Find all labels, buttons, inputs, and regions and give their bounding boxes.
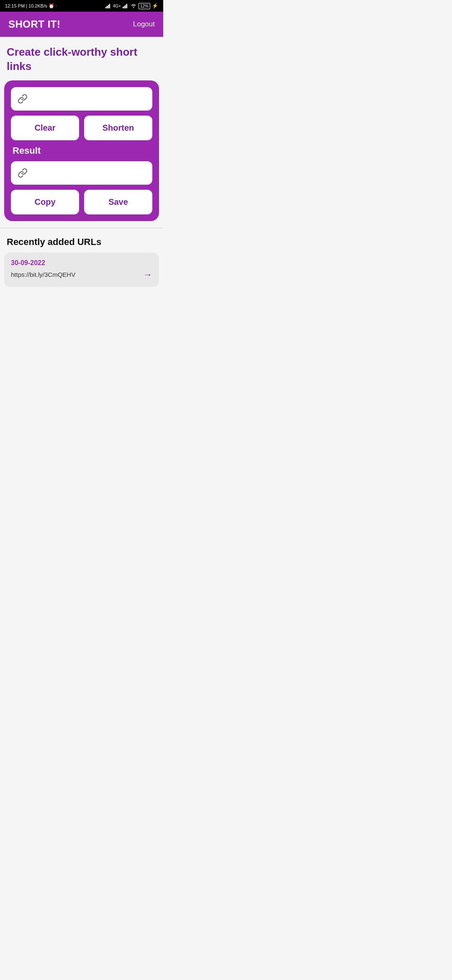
url-input[interactable] (31, 95, 146, 103)
svg-rect-0 (105, 7, 106, 8)
url-arrow-icon[interactable]: → (143, 269, 152, 280)
signal-icon-2 (123, 3, 128, 8)
signal-icon (105, 3, 111, 8)
result-buttons-row: Copy Save (11, 190, 152, 214)
app-header: SHORT IT! Logout (0, 12, 163, 37)
network-type: 4G+ (113, 4, 121, 8)
copy-button[interactable]: Copy (11, 190, 79, 214)
logout-button[interactable]: Logout (133, 20, 155, 28)
svg-rect-5 (124, 6, 125, 8)
status-time-network: 12:15 PM | 10.2KB/s ⏰ · (5, 3, 57, 9)
url-card-0[interactable]: 30-09-2022 https://bit.ly/3CmQEHV → (4, 253, 159, 287)
url-input-box (11, 87, 152, 111)
svg-point-8 (133, 7, 134, 8)
svg-rect-7 (126, 4, 127, 8)
svg-rect-2 (108, 5, 109, 8)
svg-rect-6 (125, 5, 126, 8)
app-title: SHORT IT! (8, 18, 61, 30)
save-button[interactable]: Save (84, 190, 152, 214)
action-buttons-row: Clear Shorten (11, 116, 152, 140)
url-link-text: https://bit.ly/3CmQEHV (11, 271, 75, 278)
status-icons: 4G+ 12% ⚡ (105, 3, 158, 9)
result-link-icon (18, 168, 28, 178)
charging-icon: ⚡ (152, 3, 158, 9)
wifi-icon (130, 3, 137, 8)
result-label: Result (11, 145, 152, 156)
result-input[interactable] (31, 169, 146, 177)
clear-button[interactable]: Clear (11, 116, 79, 140)
svg-rect-3 (109, 4, 110, 8)
main-card: Clear Shorten Result Copy Save (4, 80, 159, 221)
url-row: https://bit.ly/3CmQEHV → (11, 269, 152, 280)
url-date: 30-09-2022 (11, 259, 152, 267)
url-link-icon (18, 94, 28, 104)
status-bar: 12:15 PM | 10.2KB/s ⏰ · 4G+ 12% ⚡ (0, 0, 163, 12)
shorten-button[interactable]: Shorten (84, 116, 152, 140)
page-title: Create click-worthy short links (0, 37, 163, 80)
battery-indicator: 12% (139, 3, 150, 9)
section-divider (0, 228, 163, 228)
svg-rect-1 (107, 6, 108, 8)
svg-rect-4 (123, 7, 123, 8)
result-input-box (11, 161, 152, 185)
recent-section-title: Recently added URLs (0, 232, 163, 253)
